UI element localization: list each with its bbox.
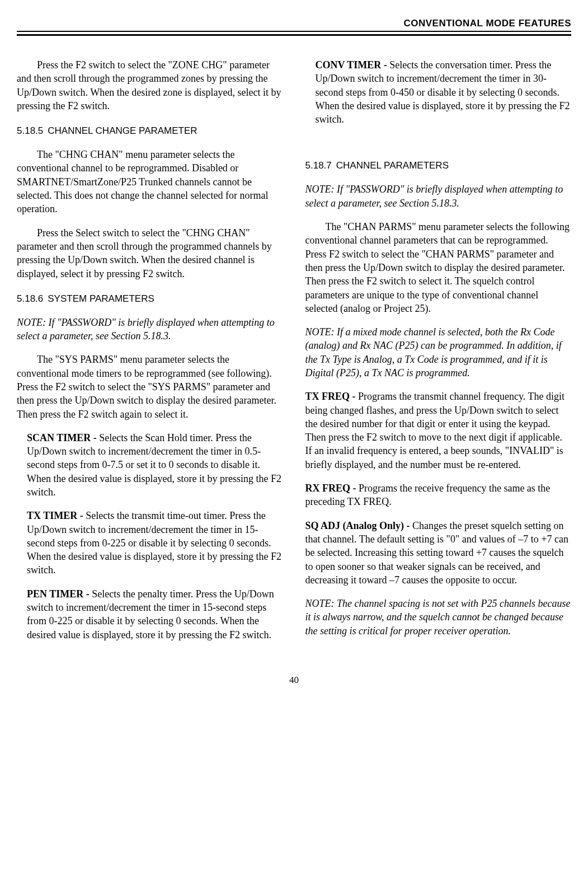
section-heading-5-18-7: 5.18.7CHANNEL PARAMETERS bbox=[305, 160, 572, 172]
heading-title: SYSTEM PARAMETERS bbox=[48, 293, 154, 304]
note-text: NOTE: If "PASSWORD" is briefly displayed… bbox=[17, 316, 283, 343]
heading-number: 5.18.7 bbox=[305, 160, 332, 171]
paragraph: Press the Select switch to select the "C… bbox=[17, 226, 283, 280]
definition-label: RX FREQ - bbox=[305, 483, 359, 494]
definition-label: SCAN TIMER - bbox=[27, 432, 99, 443]
left-column: Press the F2 switch to select the "ZONE … bbox=[17, 58, 283, 652]
definition-tx-timer: TX TIMER - Selects the transmit time-out… bbox=[27, 509, 283, 577]
definition-label: SQ ADJ (Analog Only) - bbox=[305, 520, 413, 531]
right-column: CONV TIMER - Selects the conversation ti… bbox=[305, 58, 572, 652]
page-number: 40 bbox=[17, 674, 571, 687]
section-heading-5-18-6: 5.18.6SYSTEM PARAMETERS bbox=[17, 293, 283, 306]
note-text: NOTE: If "PASSWORD" is briefly displayed… bbox=[305, 183, 572, 210]
heading-title: CHANNEL PARAMETERS bbox=[336, 160, 449, 171]
paragraph: The "CHNG CHAN" menu parameter selects t… bbox=[17, 148, 283, 216]
heading-number: 5.18.6 bbox=[17, 293, 43, 304]
paragraph: The "SYS PARMS" menu parameter selects t… bbox=[17, 353, 283, 420]
note-text: NOTE: The channel spacing is not set wit… bbox=[305, 597, 572, 638]
two-column-layout: Press the F2 switch to select the "ZONE … bbox=[17, 58, 571, 652]
definition-scan-timer: SCAN TIMER - Selects the Scan Hold timer… bbox=[27, 431, 283, 499]
definition-label: TX TIMER - bbox=[27, 510, 86, 521]
definition-pen-timer: PEN TIMER - Selects the penalty timer. P… bbox=[27, 587, 283, 642]
definition-label: PEN TIMER - bbox=[27, 588, 92, 600]
paragraph: The "CHAN PARMS" menu parameter selects … bbox=[305, 220, 572, 315]
definition-sq-adj: SQ ADJ (Analog Only) - Changes the prese… bbox=[305, 519, 572, 587]
paragraph: Press the F2 switch to select the "ZONE … bbox=[17, 58, 283, 113]
page-header-title: CONVENTIONAL MODE FEATURES bbox=[404, 17, 572, 30]
definition-rx-freq: RX FREQ - Programs the receive frequency… bbox=[305, 481, 572, 509]
definition-tx-freq: TX FREQ - Programs the transmit channel … bbox=[305, 390, 572, 471]
definition-text: Programs the transmit channel frequency.… bbox=[305, 391, 565, 470]
definition-label: TX FREQ - bbox=[305, 391, 359, 402]
heading-number: 5.18.5 bbox=[17, 125, 43, 136]
note-text: NOTE: If a mixed mode channel is selecte… bbox=[305, 325, 572, 380]
definition-conv-timer: CONV TIMER - Selects the conversation ti… bbox=[316, 58, 572, 126]
definition-label: CONV TIMER - bbox=[316, 59, 390, 71]
section-heading-5-18-5: 5.18.5CHANNEL CHANGE PARAMETER bbox=[17, 125, 283, 138]
heading-title: CHANNEL CHANGE PARAMETER bbox=[48, 125, 197, 136]
page-header-rule: CONVENTIONAL MODE FEATURES bbox=[17, 31, 571, 36]
